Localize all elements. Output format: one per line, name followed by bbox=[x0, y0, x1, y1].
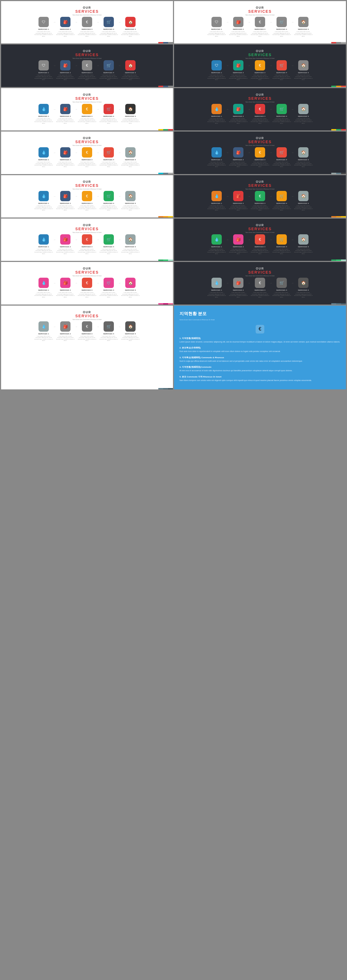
slide-subtitle: Nunc Eram Sam Commodo & Rhoncus Or Amet bbox=[6, 188, 167, 190]
service-description: Lorem ipsum dolor sit amet, consectetur … bbox=[207, 161, 226, 167]
bar-segment bbox=[168, 388, 173, 390]
service-item: €SERVICES 3Lorem ipsum dolor sit amet, c… bbox=[250, 17, 269, 37]
service-icon: € bbox=[255, 278, 265, 288]
service-description: Lorem ipsum dolor sit amet, consectetur … bbox=[250, 118, 269, 124]
service-label: SERVICES 4 bbox=[276, 159, 287, 161]
icon-emoji: 🛒 bbox=[107, 64, 111, 67]
arrow-icon: → bbox=[53, 108, 56, 111]
bar-segment bbox=[341, 303, 346, 304]
service-label: SERVICES 1 bbox=[211, 116, 222, 117]
title-our: OUR bbox=[6, 223, 167, 227]
icon-emoji: 🛡 bbox=[42, 64, 46, 67]
service-item: 🎒SERVICES 2Lorem ipsum dolor sit amet, c… bbox=[229, 17, 248, 37]
icon-emoji: 🎒 bbox=[236, 64, 241, 67]
service-item: 🏠SERVICES 5Lorem ipsum dolor sit amet, c… bbox=[121, 321, 140, 341]
service-item: 🏠SERVICES 5Lorem ipsum dolor sit amet, c… bbox=[294, 104, 313, 124]
services-row: 💧SERVICES 1Lorem ipsum dolor sit amet, c… bbox=[6, 321, 167, 341]
service-icon: 💧 bbox=[38, 104, 49, 114]
icon-emoji: 💧 bbox=[215, 107, 219, 111]
service-description: Lorem ipsum dolor sit amet, consectetur … bbox=[56, 118, 75, 124]
service-description: Lorem ipsum dolor sit amet, consectetur … bbox=[121, 161, 140, 167]
icon-emoji: 🛒 bbox=[280, 281, 284, 285]
service-item: 🏠SERVICES 5Lorem ipsum dolor sit amet, c… bbox=[121, 104, 140, 124]
title-services: SERVICES bbox=[180, 96, 341, 100]
service-description: Lorem ipsum dolor sit amet, consectetur … bbox=[78, 292, 97, 298]
icon-emoji: 🎒 bbox=[63, 151, 68, 154]
icon-emoji: 🎒 bbox=[63, 325, 68, 328]
icon-emoji: 🏠 bbox=[301, 151, 306, 154]
bar-segment bbox=[168, 303, 173, 304]
service-item: 🏠SERVICES 5Lorem ipsum dolor sit amet, c… bbox=[121, 234, 140, 255]
service-label: SERVICES 2 bbox=[60, 246, 71, 248]
slide-subtitle: Nunc Eram Sam Commodo & Rhoncus Or Amet bbox=[6, 101, 167, 103]
services-slide: OURSERVICESNunc Eram Sam Commodo & Rhonc… bbox=[1, 305, 173, 390]
text-section-body: Sunt in culpa qui officia deserunt molli… bbox=[180, 360, 302, 363]
arrow-icon: → bbox=[75, 151, 78, 154]
service-icon: 🛒 bbox=[277, 60, 287, 70]
services-row: 💧SERVICES 1Lorem ipsum dolor sit amet, c… bbox=[180, 234, 341, 255]
service-label: SERVICES 4 bbox=[103, 29, 114, 30]
arrow-icon: → bbox=[97, 238, 99, 241]
service-description: Lorem ipsum dolor sit amet, consectetur … bbox=[294, 118, 313, 124]
title-services: SERVICES bbox=[6, 314, 167, 318]
service-description: Lorem ipsum dolor sit amet, consectetur … bbox=[121, 248, 140, 255]
service-icon: 💧 bbox=[212, 104, 222, 114]
service-label: SERVICES 2 bbox=[233, 202, 244, 204]
arrow-icon: → bbox=[53, 21, 56, 24]
service-icon: 🏠 bbox=[125, 234, 135, 245]
service-label: SERVICES 1 bbox=[211, 290, 222, 291]
service-description: Lorem ipsum dolor sit amet, consectetur … bbox=[121, 118, 140, 124]
service-icon: 🛒 bbox=[103, 234, 114, 245]
service-label: SERVICES 3 bbox=[81, 159, 92, 161]
services-slide: OURSERVICESNunc Eram Sam Commodo & Rhonc… bbox=[1, 219, 173, 261]
arrow-icon: → bbox=[226, 238, 229, 241]
service-description: Lorem ipsum dolor sit amet, consectetur … bbox=[56, 31, 75, 37]
service-icon: 🎒 bbox=[233, 60, 244, 70]
service-item: 🛒SERVICES 4Lorem ipsum dolor sit amet, c… bbox=[272, 234, 291, 255]
service-item: 🏠SERVICES 5Lorem ipsum dolor sit amet, c… bbox=[294, 60, 313, 80]
service-item: 💧SERVICES 1Lorem ipsum dolor sit amet, c… bbox=[34, 321, 53, 341]
service-label: SERVICES 5 bbox=[298, 72, 309, 73]
service-label: SERVICES 2 bbox=[60, 290, 71, 291]
title-services: SERVICES bbox=[180, 9, 341, 14]
service-icon: 🛒 bbox=[277, 234, 287, 245]
icon-emoji: € bbox=[86, 194, 88, 198]
service-item: 🛡SERVICES 1Lorem ipsum dolor sit amet, c… bbox=[34, 17, 53, 37]
arrow-icon: → bbox=[118, 64, 121, 67]
service-label: SERVICES 1 bbox=[38, 333, 49, 335]
bar-segment bbox=[336, 303, 341, 304]
title-our: OUR bbox=[6, 180, 167, 183]
text-section-title: 3. 지역특성(地域特性) Commodo & Rhoncus bbox=[180, 356, 224, 359]
service-description: Lorem ipsum dolor sit amet, consectetur … bbox=[99, 118, 118, 124]
service-description: Lorem ipsum dolor sit amet, consectetur … bbox=[56, 248, 75, 255]
arrow-icon: → bbox=[75, 108, 78, 111]
service-description: Lorem ipsum dolor sit amet, consectetur … bbox=[121, 31, 140, 37]
service-description: Lorem ipsum dolor sit amet, consectetur … bbox=[99, 31, 118, 37]
services-slide: OURSERVICESNunc Eram Sam Commodo & Rhonc… bbox=[1, 88, 173, 130]
arrow-icon: → bbox=[97, 108, 99, 111]
service-description: Lorem ipsum dolor sit amet, consectetur … bbox=[34, 74, 53, 80]
service-label: SERVICES 5 bbox=[298, 246, 309, 248]
service-description: Lorem ipsum dolor sit amet, consectetur … bbox=[272, 118, 291, 124]
arrow-icon: → bbox=[97, 151, 99, 154]
service-description: Lorem ipsum dolor sit amet, consectetur … bbox=[294, 161, 313, 167]
bar-segment bbox=[331, 173, 336, 174]
arrow-icon: → bbox=[118, 325, 121, 328]
service-item: 💧SERVICES 1Lorem ipsum dolor sit amet, c… bbox=[34, 147, 53, 167]
icon-emoji: € bbox=[259, 64, 261, 67]
service-label: SERVICES 5 bbox=[298, 159, 309, 161]
slide-title: OURSERVICESNunc Eram Sam Commodo & Rhonc… bbox=[180, 137, 341, 146]
services-row: 🛡SERVICES 1Lorem ipsum dolor sit amet, c… bbox=[6, 60, 167, 80]
icon-emoji: 💧 bbox=[41, 107, 46, 111]
service-item: €SERVICES 3Lorem ipsum dolor sit amet, c… bbox=[78, 234, 97, 255]
service-item: €SERVICES 3Lorem ipsum dolor sit amet, c… bbox=[250, 278, 269, 298]
service-item: 🎒SERVICES 2Lorem ipsum dolor sit amet, c… bbox=[56, 104, 75, 124]
bar-segment bbox=[163, 216, 168, 218]
service-label: SERVICES 2 bbox=[60, 29, 71, 30]
service-label: SERVICES 2 bbox=[60, 116, 71, 117]
service-icon: 💧 bbox=[38, 321, 49, 332]
arrow-icon: → bbox=[53, 151, 56, 154]
service-label: SERVICES 5 bbox=[125, 116, 136, 117]
icon-emoji: 🛒 bbox=[280, 237, 284, 241]
service-label: SERVICES 4 bbox=[276, 72, 287, 73]
